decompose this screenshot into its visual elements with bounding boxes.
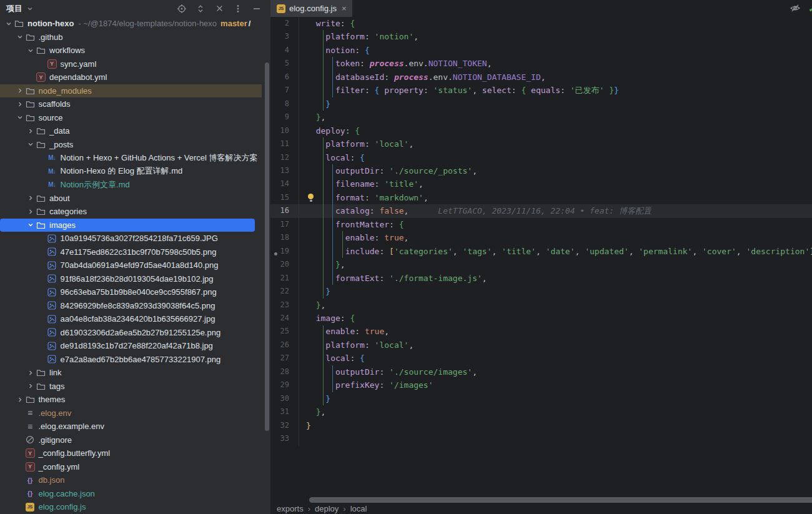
breadcrumb-item-local[interactable]: local [350,504,367,514]
line-number[interactable]: 16 [270,204,299,217]
tree-item[interactable]: workflows [0,44,270,57]
hide-tool-window-icon[interactable] [252,4,262,14]
code-editor[interactable]: 2 write: {3 platform: 'notion',4 notion:… [270,17,812,446]
chevron-right-icon[interactable] [26,368,36,378]
line-number[interactable]: 31 [270,405,299,418]
line-number[interactable]: 26 [270,339,299,352]
line-number[interactable]: 7 [270,84,299,97]
chevron-down-icon[interactable] [4,19,14,29]
tree-item[interactable]: 96c63eba75b1b9b8e040ce9cc955f867.png [0,285,270,299]
tree-item[interactable]: images [0,219,255,232]
line-number[interactable]: 6 [270,71,299,84]
chevron-right-icon[interactable] [26,381,36,391]
breadcrumb-item-exports[interactable]: exports [277,504,304,514]
tree-item[interactable]: ≡.elog.env [0,407,270,420]
line-number[interactable]: 28 [270,365,299,378]
chevron-right-icon[interactable] [26,193,36,203]
tree-item[interactable]: aa04e8cfab38a2346420b1b635666927.jpg [0,312,270,326]
tree-item[interactable]: Y_config.yml [0,460,270,474]
chevron-down-icon[interactable] [15,32,25,42]
tree-item[interactable]: M↓Notion示例文章.md [0,178,270,192]
tree-scrollbar[interactable] [265,62,269,431]
chevron-right-icon[interactable] [26,126,36,136]
chevron-down-icon[interactable] [26,139,36,149]
tree-item[interactable]: e7a2a8aed67b2bb6ae47857733221907.png [0,353,270,367]
tree-item[interactable]: _posts [0,138,270,152]
line-number[interactable]: 4 [270,44,299,57]
line-number[interactable]: 32 [270,419,299,432]
chevron-right-icon[interactable] [15,86,25,96]
line-number[interactable]: 11 [270,137,299,151]
breadcrumb-item-deploy[interactable]: deploy [315,504,339,514]
tree-item[interactable]: themes [0,393,270,407]
tree-item[interactable]: ≡.elog.example.env [0,420,270,433]
chevron-down-icon[interactable] [26,220,36,230]
tree-item[interactable]: Y_config.butterfly.yml [0,447,270,460]
line-number[interactable]: 2 [270,17,299,30]
line-number[interactable]: 23 [270,299,299,312]
chevron-right-icon[interactable] [15,395,25,405]
tree-item[interactable]: categories [0,205,270,219]
line-number[interactable]: 9 [270,111,299,124]
chevron-down-icon[interactable] [15,112,25,122]
tree-item[interactable]: 84296929bfe8c839a9293d39038f64c5.png [0,299,270,313]
tree-item[interactable]: tags [0,380,270,393]
tree-item[interactable]: about [0,192,270,205]
project-view-selector[interactable]: 项目 [6,3,35,14]
more-options-icon[interactable] [233,4,243,14]
inspections-ok-icon[interactable]: ✓ [808,4,812,14]
line-number[interactable]: 33 [270,432,299,445]
tree-item[interactable]: .gitignore [0,433,270,447]
line-number[interactable]: 29 [270,378,299,392]
unfold-icon[interactable] [196,4,205,14]
line-number[interactable]: 20 [270,258,299,271]
line-number[interactable]: 8 [270,97,299,111]
collapse-all-icon[interactable] [214,4,224,14]
tree-item[interactable]: 47e1175ed8622c31bc9f70b7598c50b5.png [0,245,270,259]
line-number[interactable]: 30 [270,392,299,405]
line-number[interactable]: 19 [270,245,299,258]
tree-item-root[interactable]: notion-hexo- ~/@1874/elog-templates/noti… [0,17,270,31]
line-number[interactable]: 24 [270,312,299,325]
line-number[interactable]: 13 [270,164,299,177]
chevron-down-icon[interactable] [26,46,36,56]
tree-item[interactable]: 70ab4da0691a94efd97d5ae401a8d140.png [0,259,270,272]
chevron-right-icon[interactable] [26,207,36,217]
line-number[interactable]: 21 [270,272,299,285]
tree-item[interactable]: {}db.json [0,473,270,487]
tree-item[interactable]: Ydependabot.yml [0,71,270,84]
tab-elog-config-js[interactable]: JS elog.config.js × [270,0,352,17]
tree-item[interactable]: d619032306d2a6ea5b2b27b91255125e.png [0,326,270,340]
tree-item[interactable]: link [0,366,270,380]
line-number[interactable]: 25 [270,325,299,338]
tree-item[interactable]: node_modules [0,84,262,98]
tree-item[interactable]: _data [0,124,270,138]
tree-item[interactable]: M↓Notion + Hexo + GitHub Actions + Verce… [0,151,270,165]
eye-slash-icon[interactable] [790,3,801,13]
tree-item[interactable]: 91f86a18f236b28d0193054dae19b102.jpg [0,272,270,286]
tree-item[interactable]: Ysync.yaml [0,57,270,71]
tree-item[interactable]: M↓Notion-Hexo 的 Elog 配置详解.md [0,165,270,179]
line-number[interactable]: 5 [270,57,299,70]
line-number[interactable]: 17 [270,218,299,231]
tree-item[interactable]: {}elog.cache.json [0,487,270,501]
line-number[interactable]: 27 [270,352,299,365]
tree-item[interactable]: JSelog.config.js [0,500,270,514]
tab-close-icon[interactable]: × [342,4,347,13]
line-number[interactable]: 22 [270,285,299,298]
chevron-right-icon[interactable] [15,99,25,109]
editor-hscrollbar[interactable] [309,497,812,503]
tree-item[interactable]: 10a91945736a3027f2854218fa71c659.JPG [0,232,270,245]
line-number[interactable]: 10 [270,124,299,137]
line-number[interactable]: 15 [270,191,299,204]
line-number[interactable]: 12 [270,151,299,164]
tree-item[interactable]: scaffolds [0,97,270,111]
line-number[interactable]: 14 [270,177,299,190]
line-number[interactable]: 18 [270,231,299,244]
editor-area[interactable]: JS elog.config.js × ✓ 2 write: {3 platfo… [270,0,812,514]
tree-item[interactable]: de91d8193c1b7d27e88f220af42a71b8.jpg [0,339,270,353]
tree-item[interactable]: .github [0,31,270,44]
tree-item[interactable]: source [0,111,270,125]
locate-icon[interactable] [177,4,187,14]
line-number[interactable]: 3 [270,30,299,43]
